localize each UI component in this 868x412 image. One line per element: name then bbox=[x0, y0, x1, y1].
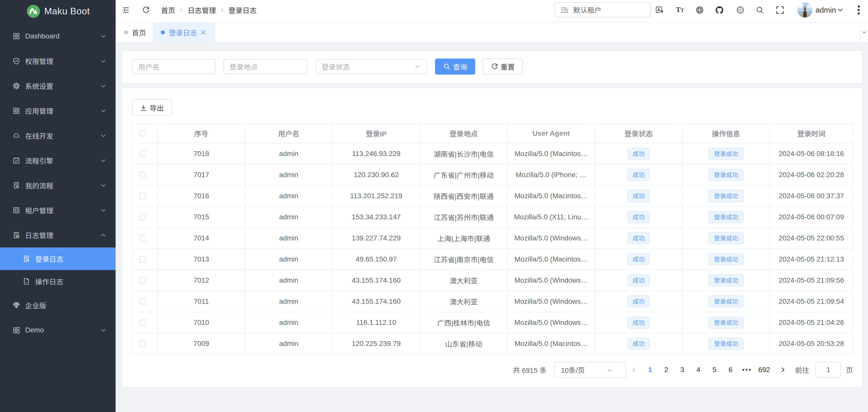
svg-text:T: T bbox=[676, 6, 681, 13]
svg-text:T: T bbox=[681, 7, 684, 13]
